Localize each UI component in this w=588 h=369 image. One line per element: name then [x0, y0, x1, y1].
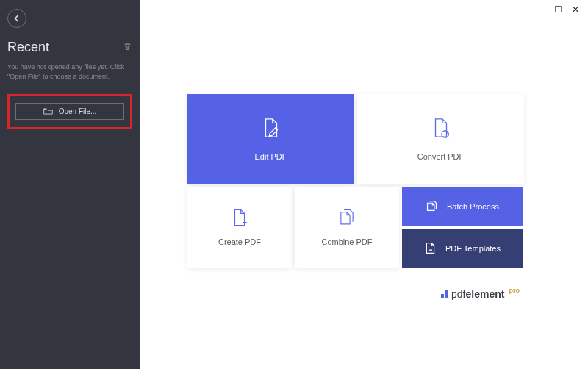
edit-pdf-tile[interactable]: Edit PDF [187, 94, 354, 184]
recent-hint: You have not opened any files yet. Click… [7, 62, 132, 81]
convert-pdf-label: Convert PDF [417, 152, 465, 161]
convert-pdf-tile[interactable]: Convert PDF [357, 94, 524, 184]
brand-text: pdfelement [451, 288, 504, 300]
minimize-button[interactable]: — [535, 4, 545, 15]
open-file-button[interactable]: Open File... [15, 103, 124, 120]
clear-recent-button[interactable] [123, 41, 132, 54]
tiles-grid: Edit PDF Convert PDF Create PDF Combine … [187, 94, 524, 268]
open-file-label: Open File... [59, 107, 97, 115]
sidebar: Recent You have not opened any files yet… [0, 0, 140, 369]
templates-icon [424, 242, 437, 254]
chevron-left-icon [13, 15, 21, 22]
create-pdf-label: Create PDF [218, 237, 261, 246]
maximize-button[interactable]: ☐ [553, 4, 563, 15]
trash-icon [123, 42, 132, 51]
pdf-templates-tile[interactable]: PDF Templates [402, 229, 523, 268]
folder-icon [43, 107, 53, 115]
recent-header: Recent [7, 40, 132, 55]
combine-pdf-tile[interactable]: Combine PDF [295, 187, 399, 268]
templates-label: PDF Templates [445, 244, 501, 253]
side-tiles: Batch Process PDF Templates [402, 187, 523, 268]
brand-icon [441, 290, 448, 298]
close-button[interactable]: ✕ [570, 4, 581, 15]
create-pdf-icon [230, 208, 249, 227]
combine-pdf-icon [337, 208, 356, 227]
combine-pdf-label: Combine PDF [321, 237, 372, 246]
back-button[interactable] [7, 9, 26, 28]
batch-process-tile[interactable]: Batch Process [402, 187, 523, 226]
batch-label: Batch Process [447, 202, 499, 211]
tiles-row-2: Create PDF Combine PDF Batch Process PDF… [187, 187, 524, 268]
window-controls: — ☐ ✕ [535, 4, 581, 15]
batch-icon [426, 200, 438, 212]
edit-pdf-icon [260, 117, 282, 139]
tutorial-highlight: Open File... [7, 94, 132, 129]
convert-pdf-icon [430, 117, 452, 139]
app-window: Recent You have not opened any files yet… [0, 0, 588, 369]
main-area: — ☐ ✕ Edit PDF Convert PDF Create PDF [140, 0, 588, 369]
brand-logo: pdfelement pro [441, 288, 520, 300]
recent-title: Recent [7, 40, 49, 55]
edit-pdf-label: Edit PDF [254, 152, 287, 161]
tiles-row-1: Edit PDF Convert PDF [187, 94, 524, 184]
brand-pro-suffix: pro [509, 287, 520, 294]
create-pdf-tile[interactable]: Create PDF [187, 187, 292, 268]
